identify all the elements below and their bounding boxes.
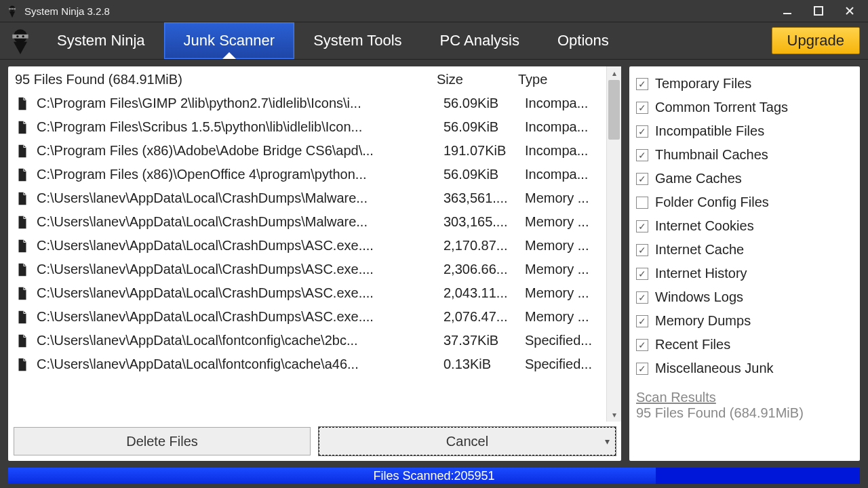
checkbox[interactable]	[636, 78, 648, 90]
file-icon	[15, 286, 30, 301]
column-header-type[interactable]: Type	[518, 72, 599, 87]
checkbox[interactable]	[636, 102, 648, 114]
category-row[interactable]: Recent Files	[636, 333, 853, 357]
file-icon	[15, 144, 30, 159]
table-row[interactable]: C:\Users\lanev\AppData\Local\CrashDumps\…	[15, 258, 606, 281]
category-row[interactable]: Miscellaneous Junk	[636, 357, 853, 380]
category-label: Internet History	[655, 262, 747, 285]
category-row[interactable]: Common Torrent Tags	[636, 96, 853, 119]
progress-area: Files Scanned: 205951	[0, 465, 868, 488]
tab-system-ninja[interactable]: System Ninja	[38, 22, 164, 59]
checkbox[interactable]	[636, 125, 648, 138]
scrollbar-vertical[interactable]: ▴ ▾	[606, 66, 621, 422]
checkbox[interactable]	[636, 268, 648, 280]
category-label: Temporary Files	[655, 72, 751, 96]
menubar: System Ninja Junk ScannerSystem ToolsPC …	[0, 22, 868, 60]
minimize-button[interactable]	[772, 1, 803, 21]
table-row[interactable]: C:\Users\lanev\AppData\Local\CrashDumps\…	[15, 186, 606, 210]
tab-options[interactable]: Options	[538, 22, 628, 59]
file-size: 303,165....	[443, 210, 525, 234]
svg-point-9	[22, 35, 24, 37]
file-type: Memory ...	[525, 234, 606, 258]
file-type: Memory ...	[525, 281, 606, 305]
category-row[interactable]: Game Caches	[636, 167, 853, 190]
file-icon	[15, 167, 30, 182]
table-row[interactable]: C:\Users\lanev\AppData\Local\fontconfig\…	[15, 352, 606, 376]
tab-junk-scanner[interactable]: Junk Scanner	[164, 22, 295, 59]
svg-rect-4	[783, 13, 791, 14]
file-path: C:\Users\lanev\AppData\Local\CrashDumps\…	[37, 234, 443, 258]
checkbox[interactable]	[636, 220, 648, 232]
checkbox[interactable]	[636, 149, 648, 161]
table-row[interactable]: C:\Program Files\GIMP 2\lib\python2.7\id…	[15, 92, 606, 115]
category-row[interactable]: Folder Config Files	[636, 190, 853, 214]
table-row[interactable]: C:\Program Files (x86)\Adobe\Adobe Bridg…	[15, 139, 606, 163]
table-row[interactable]: C:\Users\lanev\AppData\Local\CrashDumps\…	[15, 210, 606, 234]
delete-files-button[interactable]: Delete Files	[14, 427, 311, 455]
category-label: Miscellaneous Junk	[655, 357, 774, 380]
file-type: Specified...	[525, 329, 606, 352]
column-header-size[interactable]: Size	[437, 72, 518, 87]
table-row[interactable]: C:\Users\lanev\AppData\Local\CrashDumps\…	[15, 234, 606, 258]
file-size: 2,306.66...	[443, 258, 525, 281]
file-type: Memory ...	[525, 258, 606, 281]
column-header-found[interactable]: 95 Files Found (684.91MiB)	[15, 72, 437, 87]
tab-system-tools[interactable]: System Tools	[294, 22, 420, 59]
category-row[interactable]: Internet History	[636, 262, 853, 285]
file-type: Memory ...	[525, 186, 606, 210]
table-row[interactable]: C:\Users\lanev\AppData\Local\fontconfig\…	[15, 329, 606, 352]
file-size: 363,561....	[443, 186, 525, 210]
category-label: Internet Cache	[655, 238, 744, 262]
file-path: C:\Program Files\Scribus 1.5.5\python\li…	[37, 115, 443, 139]
scan-results-link[interactable]: Scan Results	[629, 390, 860, 405]
checkbox[interactable]	[636, 363, 648, 375]
file-size: 0.13KiB	[443, 352, 525, 376]
chevron-down-icon[interactable]: ▾	[605, 436, 615, 447]
category-label: Memory Dumps	[655, 309, 751, 333]
table-row[interactable]: C:\Program Files (x86)\OpenOffice 4\prog…	[15, 163, 606, 186]
upgrade-button[interactable]: Upgrade	[772, 27, 860, 54]
table-row[interactable]: C:\Program Files\Scribus 1.5.5\python\li…	[15, 115, 606, 139]
file-path: C:\Users\lanev\AppData\Local\fontconfig\…	[37, 352, 443, 376]
category-row[interactable]: Temporary Files	[636, 72, 853, 96]
file-icon	[15, 215, 30, 230]
titlebar: System Ninja 3.2.8	[0, 0, 868, 22]
checkbox[interactable]	[636, 339, 648, 351]
action-row: Delete Files Cancel ▾	[8, 422, 621, 461]
scroll-down-icon[interactable]: ▾	[607, 408, 621, 422]
close-button[interactable]	[834, 1, 865, 21]
file-type: Incompa...	[525, 92, 606, 115]
table-row[interactable]: C:\Users\lanev\AppData\Local\CrashDumps\…	[15, 281, 606, 305]
category-label: Incompatible Files	[655, 119, 764, 143]
category-row[interactable]: Thumbnail Caches	[636, 143, 853, 167]
file-type: Incompa...	[525, 139, 606, 163]
category-row[interactable]: Internet Cache	[636, 238, 853, 262]
checkbox[interactable]	[636, 315, 648, 327]
category-row[interactable]: Internet Cookies	[636, 214, 853, 238]
scroll-up-icon[interactable]: ▴	[607, 66, 621, 80]
checkbox[interactable]	[636, 244, 648, 256]
file-path: C:\Users\lanev\AppData\Local\fontconfig\…	[37, 329, 443, 352]
table-row[interactable]: C:\Users\lanev\AppData\Local\CrashDumps\…	[15, 305, 606, 329]
file-icon	[15, 96, 30, 111]
category-row[interactable]: Memory Dumps	[636, 309, 853, 333]
svg-point-8	[16, 35, 18, 37]
category-row[interactable]: Incompatible Files	[636, 119, 853, 143]
file-icon	[15, 357, 30, 372]
file-size: 2,170.87...	[443, 234, 525, 258]
cancel-button[interactable]: Cancel ▾	[319, 427, 616, 455]
tab-pc-analysis[interactable]: PC Analysis	[421, 22, 538, 59]
checkbox[interactable]	[636, 173, 648, 185]
file-size: 56.09KiB	[443, 92, 525, 115]
category-label: Folder Config Files	[655, 190, 769, 214]
main-area: 95 Files Found (684.91MiB) Size Type C:\…	[0, 60, 868, 465]
checkbox[interactable]	[636, 291, 648, 304]
progress-bar: Files Scanned: 205951	[8, 468, 860, 484]
file-path: C:\Users\lanev\AppData\Local\CrashDumps\…	[37, 305, 443, 329]
cancel-label: Cancel	[446, 434, 488, 449]
file-path: C:\Program Files (x86)\OpenOffice 4\prog…	[37, 163, 443, 186]
maximize-button[interactable]	[803, 1, 834, 21]
checkbox[interactable]	[636, 197, 648, 209]
category-row[interactable]: Windows Logs	[636, 285, 853, 309]
scroll-thumb[interactable]	[608, 80, 620, 140]
